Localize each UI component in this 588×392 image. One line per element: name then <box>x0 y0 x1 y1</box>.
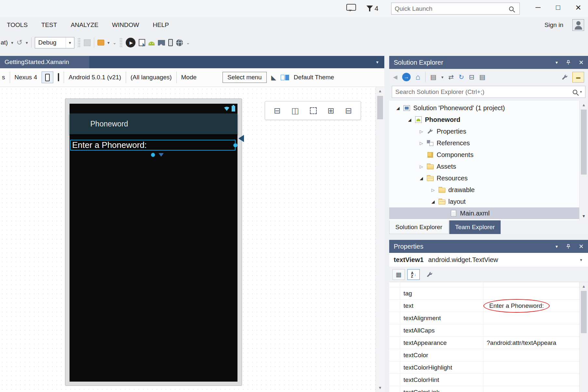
close-button[interactable]: × <box>570 1 586 14</box>
property-value[interactable]: Enter a Phoneword: <box>483 300 588 312</box>
android-version-selector[interactable]: Android 5.0.1 (v21) <box>69 74 121 81</box>
sign-in-link[interactable]: Sign in <box>544 21 563 29</box>
device-log-icon[interactable] <box>168 39 173 46</box>
debug-configuration-combobox[interactable]: Debug ▾ <box>35 37 74 48</box>
scroll-up-icon[interactable]: ▲ <box>580 282 588 291</box>
tree-item-project-phoneword[interactable]: ◢ Phoneword <box>389 114 588 125</box>
properties-vertical-scrollbar[interactable]: ▲ <box>579 282 588 392</box>
pin-icon[interactable] <box>566 60 570 65</box>
chevron-down-icon[interactable]: ▾ <box>11 40 13 45</box>
maximize-button[interactable]: □ <box>550 1 566 14</box>
device-selector[interactable]: Nexus 4 <box>15 74 37 81</box>
property-row-textalignment[interactable]: textAlignment <box>389 312 588 324</box>
theme-selector[interactable]: Default Theme <box>294 74 334 81</box>
toolbar-grip[interactable] <box>78 38 81 47</box>
selected-object-row[interactable]: textView1 android.widget.TextView ▾ <box>389 253 588 267</box>
home-icon[interactable]: ⌂ <box>415 72 420 82</box>
android-emulator-manager-icon[interactable] <box>158 40 165 46</box>
quick-launch-input[interactable] <box>395 5 509 12</box>
back-icon[interactable]: ◀ <box>393 74 397 81</box>
property-row-textappearance[interactable]: textAppearance ?android:attr/textAppeara <box>389 337 588 349</box>
theme-preview-icon[interactable] <box>281 75 289 80</box>
chevron-down-icon[interactable]: ▾ <box>26 40 28 45</box>
designer-canvas[interactable]: Phoneword Enter a Phoneword: ⊟ ◫ ⊞ <box>0 87 384 392</box>
split-vertical-icon[interactable]: ◫ <box>291 106 299 115</box>
chevron-down-icon[interactable]: ▾ <box>580 90 582 94</box>
expander-icon[interactable]: ◢ <box>406 117 413 122</box>
property-row-tag[interactable]: tag <box>389 287 588 300</box>
notifications-button[interactable]: 4 <box>366 3 378 14</box>
canvas-vertical-scrollbar[interactable]: ▲ ▼ <box>376 87 384 392</box>
expander-icon[interactable]: ▷ <box>418 164 425 169</box>
property-value[interactable] <box>483 312 588 324</box>
menu-analyze[interactable]: ANALYZE <box>64 17 105 33</box>
property-value[interactable] <box>483 287 588 299</box>
scroll-down-icon[interactable]: ▼ <box>376 384 384 392</box>
toolbar-grip[interactable] <box>120 38 122 47</box>
scrollbar-thumb[interactable] <box>581 291 587 333</box>
alphabetical-sort-button[interactable]: AZ ↓ <box>407 269 420 280</box>
tree-item-drawable[interactable]: ▷ drawable <box>389 184 588 196</box>
menu-tools[interactable]: TOOLS <box>0 17 34 33</box>
search-icon[interactable] <box>509 7 514 11</box>
menu-window[interactable]: WINDOW <box>105 17 146 33</box>
tab-team-explorer[interactable]: Team Explorer <box>449 220 501 234</box>
chevron-down-icon[interactable]: ▾ <box>108 40 110 45</box>
expander-icon[interactable]: ▷ <box>418 129 425 134</box>
search-icon[interactable] <box>573 90 577 94</box>
menu-help[interactable]: HELP <box>146 17 176 33</box>
scrollbar-thumb[interactable] <box>581 110 587 175</box>
android-sdk-manager-icon[interactable] <box>148 40 155 46</box>
solution-explorer-header[interactable]: Solution Explorer ▾ × <box>389 56 588 69</box>
toolbar-overflow-icon[interactable]: ⌄ <box>186 40 190 45</box>
menu-test[interactable]: TEST <box>34 17 64 33</box>
scroll-down-icon[interactable]: ▼ <box>580 212 588 220</box>
property-row-textallcaps[interactable]: textAllCaps <box>389 324 588 337</box>
select-menu-button[interactable]: Select menu <box>223 72 267 83</box>
zoom-in-icon[interactable]: ⊞ <box>327 106 334 115</box>
refresh-icon[interactable]: ↻ <box>459 73 464 81</box>
tree-item-properties[interactable]: ▷ Properties <box>389 125 588 137</box>
property-value[interactable]: ?android:attr/textAppeara <box>483 337 588 349</box>
property-row-textcolorhighlight[interactable]: textColorHighlight <box>389 361 588 374</box>
device-screen[interactable]: Phoneword Enter a Phoneword: <box>70 104 237 382</box>
tree-item-solution[interactable]: ◢ Solution 'Phoneword' (1 project) <box>389 102 588 114</box>
fit-to-selection-icon[interactable] <box>310 107 317 114</box>
property-row-textcolor[interactable]: textColor <box>389 349 588 361</box>
preview-selected-items-toggle[interactable]: ▬ <box>572 72 584 83</box>
selected-textview[interactable]: Enter a Phoneword: <box>70 140 236 150</box>
alternate-layout-icon[interactable]: ◣ <box>271 73 276 81</box>
configuration-dropdown-partial[interactable]: at) <box>1 39 8 46</box>
chevron-down-icon[interactable]: ▾ <box>441 75 443 80</box>
tree-item-components[interactable]: Components <box>389 149 588 161</box>
expander-icon[interactable]: ◢ <box>394 106 402 111</box>
resize-handle-bottom[interactable] <box>151 153 155 157</box>
handle-dropdown-icon[interactable] <box>159 153 164 157</box>
property-value[interactable] <box>483 324 588 336</box>
property-value[interactable] <box>483 374 588 386</box>
property-value[interactable] <box>483 361 588 373</box>
minimize-button[interactable]: ─ <box>530 1 546 14</box>
show-all-files-icon[interactable]: ▤ <box>479 73 485 81</box>
window-position-chevron-icon[interactable]: ▾ <box>556 60 558 65</box>
scroll-up-icon[interactable]: ▲ <box>580 101 588 109</box>
properties-header[interactable]: Properties ▾ × <box>389 240 588 253</box>
pin-icon[interactable] <box>566 244 570 249</box>
property-row-text[interactable]: text Enter a Phoneword: <box>389 300 588 312</box>
categorized-view-button[interactable]: ▦ <box>392 269 405 280</box>
anchor-arrow-icon[interactable] <box>238 135 244 142</box>
xamarin-profiler-icon[interactable] <box>176 39 183 46</box>
deploy-to-device-icon[interactable] <box>139 39 145 46</box>
close-icon[interactable]: × <box>579 242 583 251</box>
sync-with-active-document-icon[interactable]: ⇄ <box>448 73 454 81</box>
chevron-down-icon[interactable]: ▾ <box>580 257 583 262</box>
window-position-chevron-icon[interactable]: ▾ <box>556 244 558 249</box>
landscape-orientation-button[interactable] <box>58 74 59 81</box>
scrollbar-thumb[interactable] <box>377 96 383 119</box>
document-tab[interactable]: GettingStarted.Xamarin <box>0 56 89 68</box>
tab-solution-explorer[interactable]: Solution Explorer <box>389 220 449 234</box>
expander-icon[interactable]: ▷ <box>418 141 425 146</box>
undo-icon[interactable]: ↺ <box>17 38 22 47</box>
tree-item-layout[interactable]: ◢ layout <box>389 196 588 207</box>
tab-list-chevron-icon[interactable]: ▾ <box>370 59 384 65</box>
